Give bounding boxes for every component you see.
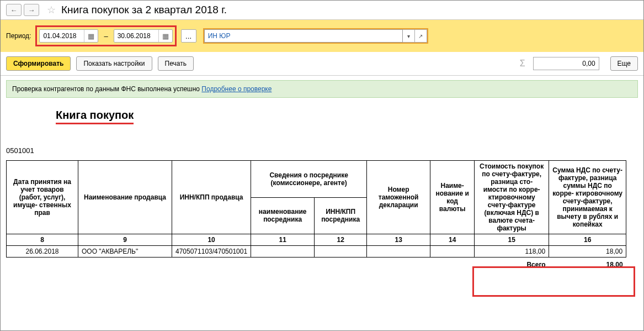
col-num: 10 [172,234,251,246]
col-subheader: наименование посредника [251,197,315,234]
cell-interm-inn [315,246,367,258]
org-open-button[interactable]: ↗ [415,29,427,43]
nav-back-button[interactable]: ← [6,4,22,16]
date-from-input[interactable] [40,32,84,40]
report-title: Книга покупок [56,109,134,124]
period-label: Период: [6,32,31,40]
cell-cost: 118,00 [475,246,549,258]
col-header: Сведения о посреднике (комиссионере, аге… [251,161,367,198]
col-header: Наименование продавца [78,161,172,234]
calendar-icon[interactable]: ▦ [84,30,98,42]
period-picker-button[interactable]: ... [181,29,196,43]
date-from-field[interactable]: ▦ [39,29,98,43]
show-settings-button[interactable]: Показать настройки [76,56,152,71]
total-value: 18,00 [549,258,626,271]
nav-forward-button[interactable]: → [24,4,39,16]
sigma-icon: Σ [520,59,525,69]
col-num: 9 [78,234,172,246]
col-header: Сумма НДС по счету-фактуре, разница сумм… [549,161,626,234]
info-text: Проверка контрагентов по данным ФНС выпо… [12,85,201,93]
report-area: Книга покупок 0501001 Дата принятия на у… [1,98,643,331]
col-num: 11 [251,234,315,246]
page-title: Книга покупок за 2 квартал 2018 г. [61,4,227,16]
col-subheader: ИНН/КПП посредника [315,197,367,234]
cell-interm-name [251,246,315,258]
cell-customs [367,246,430,258]
col-header: Наиме- нование и код валюты [430,161,475,234]
col-header: Дата принятия на учет товаров (работ, ус… [7,161,78,234]
col-header: Номер таможенной декларации [367,161,430,234]
org-highlight: ▾ ↗ [203,28,428,44]
col-header: ИНН/КПП продавца [172,161,251,234]
col-num: 14 [430,234,475,246]
purchase-book-table: Дата принятия на учет товаров (работ, ус… [6,160,626,270]
total-label: Всего [7,258,549,271]
info-link[interactable]: Подробнее о проверке [201,85,272,93]
table-row[interactable]: 26.06.2018 ООО "АКВАРЕЛЬ" 4705071103/470… [7,246,626,258]
sum-field[interactable] [533,57,599,70]
calendar-icon[interactable]: ▦ [158,30,172,42]
col-num: 12 [315,234,367,246]
report-code: 0501001 [6,146,643,155]
col-num: 8 [7,234,78,246]
cell-seller: ООО "АКВАРЕЛЬ" [78,246,172,258]
cell-inn: 4705071103/470501001 [172,246,251,258]
favorite-star-icon[interactable]: ☆ [47,4,56,16]
col-num: 13 [367,234,430,246]
generate-button[interactable]: Сформировать [6,56,71,71]
print-button[interactable]: Печать [158,56,194,71]
period-highlight: ▦ – ▦ [35,25,176,46]
info-bar: Проверка контрагентов по данным ФНС выпо… [6,80,638,98]
cell-date: 26.06.2018 [7,246,78,258]
col-header: Стоимость покупок по счету-фактуре, разн… [475,161,549,234]
cell-curr [430,246,475,258]
col-num: 16 [549,234,626,246]
period-dash: – [102,32,110,40]
col-num: 15 [475,234,549,246]
more-button[interactable]: Еще [610,56,638,71]
organization-input[interactable] [204,29,403,43]
cell-vat: 18,00 [549,246,626,258]
date-to-field[interactable]: ▦ [114,29,173,43]
date-to-input[interactable] [114,32,158,40]
org-dropdown-button[interactable]: ▾ [403,29,415,43]
